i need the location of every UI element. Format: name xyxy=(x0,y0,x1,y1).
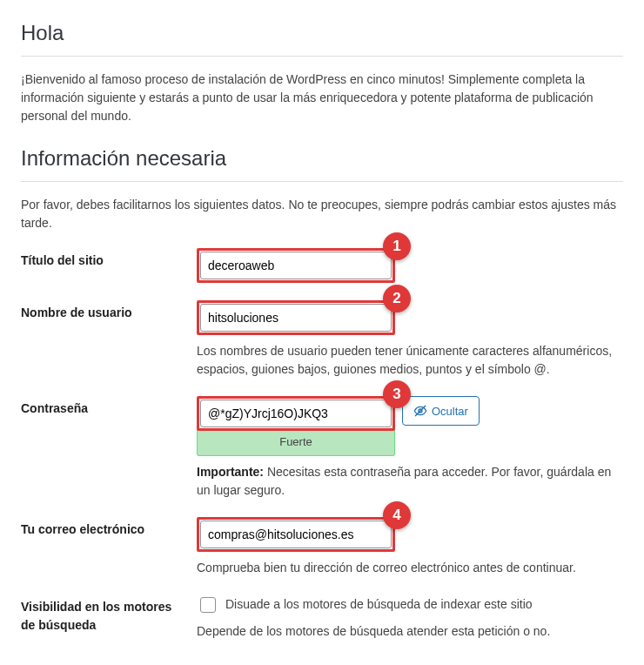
divider xyxy=(21,181,623,182)
email-help-text: Comprueba bien tu dirección de correo el… xyxy=(197,559,623,577)
section-heading: Información necesaria xyxy=(21,143,623,174)
annotation-badge-1: 1 xyxy=(383,232,411,260)
divider xyxy=(21,56,623,57)
annotation-badge-3: 3 xyxy=(383,380,411,408)
annotation-badge-2: 2 xyxy=(383,285,411,312)
username-input[interactable] xyxy=(200,304,392,332)
greeting-paragraph: ¡Bienvenido al famoso proceso de instala… xyxy=(21,71,623,125)
eye-slash-icon xyxy=(413,404,427,418)
annotation-badge-4: 4 xyxy=(383,501,411,529)
email-input[interactable] xyxy=(200,521,392,548)
site-title-input[interactable] xyxy=(200,252,392,279)
email-label: Tu correo electrónico xyxy=(21,517,197,539)
visibility-checkbox-label: Disuade a los motores de búsqueda de ind… xyxy=(225,595,533,614)
password-label: Contraseña xyxy=(21,396,197,418)
site-title-label: Título del sitio xyxy=(21,248,197,270)
password-input[interactable] xyxy=(200,400,392,427)
hide-password-button[interactable]: Ocultar xyxy=(402,396,480,426)
visibility-label: Visibilidad en los motores de búsqueda xyxy=(21,594,197,635)
password-important-text: Importante: Necesitas esta contraseña pa… xyxy=(197,463,623,500)
section-paragraph: Por favor, debes facilitarnos los siguie… xyxy=(21,196,623,232)
hide-password-label: Ocultar xyxy=(432,405,468,418)
password-strength-meter: Fuerte xyxy=(197,429,395,456)
search-visibility-checkbox[interactable] xyxy=(200,597,216,613)
visibility-help-text: Depende de los motores de búsqueda atend… xyxy=(197,622,623,641)
greeting-heading: Hola xyxy=(21,17,623,49)
username-label: Nombre de usuario xyxy=(21,300,197,322)
username-help-text: Los nombres de usuario pueden tener únic… xyxy=(197,342,623,379)
